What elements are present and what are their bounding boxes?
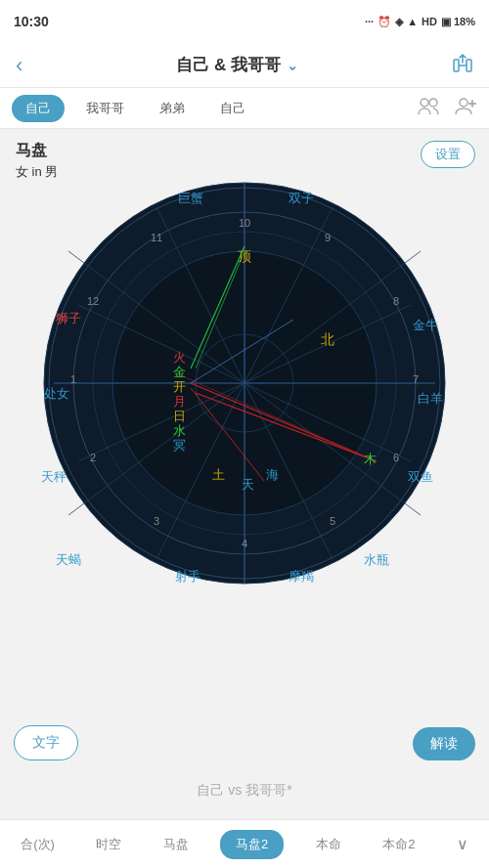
nav-item-shikong[interactable]: 时空: [86, 828, 131, 861]
status-icons: ··· ⏰ ◈ ▲ HD ▣ 18%: [365, 16, 475, 28]
wifi-icon: ◈: [395, 16, 403, 28]
signal-icon: ▲: [407, 16, 418, 27]
profile-tabs: 自己 我哥哥 弟弟 自己: [0, 88, 489, 129]
settings-button[interactable]: 设置: [421, 141, 475, 168]
svg-text:7: 7: [413, 373, 419, 385]
svg-text:月: 月: [173, 394, 186, 409]
svg-point-2: [421, 99, 428, 107]
signal-dots: ···: [365, 16, 374, 27]
svg-text:4: 4: [242, 538, 247, 549]
jiedu-button[interactable]: 解读: [413, 727, 475, 760]
svg-text:天: 天: [242, 477, 254, 492]
back-button[interactable]: ‹: [16, 53, 22, 78]
main-content: 马盘 女 in 男 设置: [0, 129, 489, 819]
share-button[interactable]: [452, 52, 473, 78]
svg-text:土: 土: [212, 467, 225, 482]
profile-tab-didi[interactable]: 弟弟: [146, 95, 199, 122]
svg-text:处女: 处女: [44, 386, 69, 401]
group-icon[interactable]: [417, 95, 440, 121]
svg-text:射手: 射手: [175, 569, 200, 584]
battery-icon: ▣ 18%: [441, 16, 475, 28]
add-person-icon[interactable]: [454, 95, 477, 121]
nav-item-more[interactable]: ∨: [447, 827, 478, 861]
profile-tab-ziji2[interactable]: 自己: [206, 95, 259, 122]
nav-item-benming[interactable]: 本命: [306, 828, 351, 861]
svg-text:海: 海: [266, 467, 279, 482]
svg-text:1: 1: [70, 373, 76, 385]
svg-point-4: [460, 99, 467, 107]
svg-text:双子: 双子: [289, 191, 314, 205]
nav-bar: ‹ 自己 & 我哥哥 ⌄: [0, 43, 489, 88]
compare-label: 自己 vs 我哥哥*: [197, 782, 291, 800]
chart-label: 马盘 女 in 男: [16, 141, 58, 181]
svg-rect-0: [454, 60, 459, 71]
nav-item-mapan2[interactable]: 马盘2: [220, 830, 284, 859]
svg-text:白羊: 白羊: [418, 391, 443, 406]
svg-text:2: 2: [90, 452, 96, 463]
svg-text:8: 8: [393, 295, 399, 307]
svg-text:11: 11: [151, 232, 162, 243]
svg-text:开: 开: [173, 379, 186, 394]
svg-text:天蝎: 天蝎: [56, 552, 81, 567]
svg-text:巨蟹: 巨蟹: [178, 191, 203, 205]
dropdown-icon[interactable]: ⌄: [287, 58, 298, 73]
hd-label: HD: [422, 16, 437, 27]
svg-text:水瓶: 水瓶: [364, 552, 389, 567]
svg-text:木: 木: [364, 452, 377, 466]
bottom-nav: 合(次) 时空 马盘 马盘2 本命 本命2 ∨: [0, 819, 489, 868]
svg-text:冥: 冥: [173, 438, 186, 453]
svg-point-3: [429, 99, 437, 107]
svg-text:9: 9: [325, 232, 331, 243]
svg-text:12: 12: [87, 295, 99, 307]
nav-item-heci[interactable]: 合(次): [11, 828, 65, 861]
astro-chart: 巨蟹 双子 金牛 白羊 双鱼 水瓶 摩羯 射手 天蝎 天秤 处女 狮子 顶: [39, 178, 450, 588]
svg-text:双鱼: 双鱼: [408, 469, 433, 484]
profile-tab-icons: [417, 95, 477, 121]
svg-text:北: 北: [321, 331, 334, 347]
nav-item-mapan[interactable]: 马盘: [154, 828, 199, 861]
svg-text:摩羯: 摩羯: [289, 569, 314, 584]
text-button[interactable]: 文字: [14, 725, 78, 760]
svg-text:日: 日: [173, 409, 186, 423]
svg-text:狮子: 狮子: [56, 311, 81, 326]
svg-text:5: 5: [330, 515, 335, 527]
alarm-icon: ⏰: [378, 16, 391, 28]
nav-title: 自己 & 我哥哥 ⌄: [176, 54, 298, 76]
status-bar: 10:30 ··· ⏰ ◈ ▲ HD ▣ 18%: [0, 0, 489, 43]
svg-text:金: 金: [173, 365, 186, 379]
profile-tab-gege[interactable]: 我哥哥: [72, 95, 138, 122]
svg-text:顶: 顶: [238, 248, 251, 264]
chart-subtitle: 女 in 男: [16, 163, 58, 181]
svg-text:水: 水: [173, 423, 186, 438]
profile-tab-ziji[interactable]: 自己: [12, 95, 65, 122]
chart-title: 马盘: [16, 141, 58, 161]
svg-text:3: 3: [154, 515, 159, 527]
svg-text:6: 6: [393, 452, 399, 463]
nav-item-benming2[interactable]: 本命2: [373, 828, 424, 861]
svg-text:10: 10: [239, 217, 250, 229]
svg-rect-1: [467, 60, 471, 71]
svg-text:火: 火: [173, 350, 186, 365]
status-time: 10:30: [14, 14, 49, 29]
svg-text:天秤: 天秤: [41, 469, 67, 484]
svg-text:金牛: 金牛: [413, 318, 438, 332]
